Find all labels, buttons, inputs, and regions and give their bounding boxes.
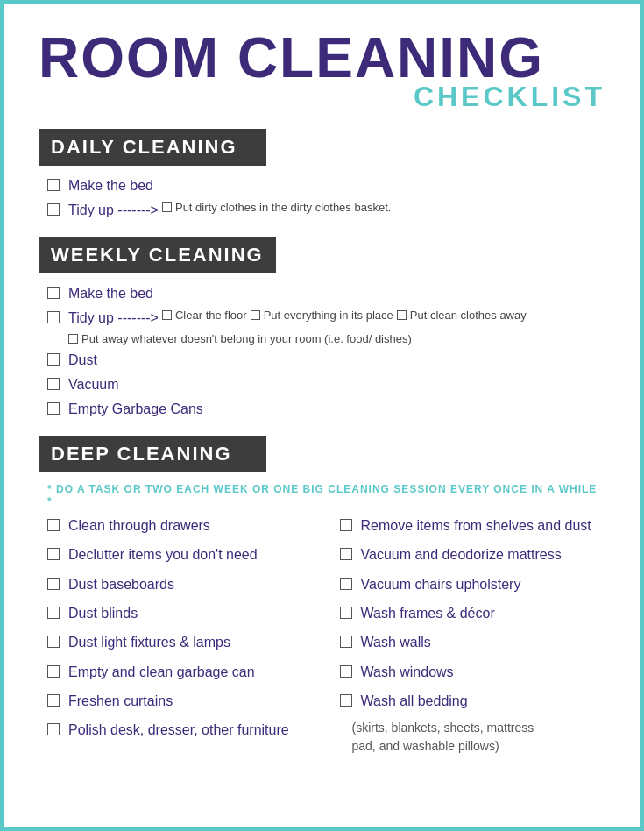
deep-vacuum-chairs: Vacuum chairs upholstery xyxy=(331,575,606,594)
weekly-vacuum-item: Vacuum xyxy=(39,375,605,394)
daily-section: DAILY CLEANING Make the bed Tidy up ----… xyxy=(39,129,605,221)
deep-dust-fixtures-text: Dust light fixtures & lamps xyxy=(68,633,230,652)
deep-remove-shelves-cb[interactable] xyxy=(340,519,352,531)
deep-wash-walls: Wash walls xyxy=(331,633,606,652)
weekly-sub-1: Put everything in its place xyxy=(251,309,393,322)
daily-make-bed-text: Make the bed xyxy=(68,176,153,195)
weekly-tidy-up-item: Tidy up -------> Clear the floor Put eve… xyxy=(39,309,605,344)
deep-declutter-cb[interactable] xyxy=(47,548,60,560)
deep-empty-garbage-text: Empty and clean garbage can xyxy=(68,663,255,682)
daily-tidy-up-item: Tidy up -------> Put dirty clothes in th… xyxy=(39,201,605,220)
daily-tidy-sub-0-text: Put dirty clothes in the dirty clothes b… xyxy=(175,201,391,214)
deep-vacuum-mattress-text: Vacuum and deodorize mattress xyxy=(361,545,562,565)
deep-dust-baseboards: Dust baseboards xyxy=(39,575,314,594)
weekly-sub-3-cb[interactable] xyxy=(68,334,78,344)
main-title: ROOM CLEANING xyxy=(39,30,605,86)
deep-wash-frames-cb[interactable] xyxy=(340,607,352,619)
daily-tidy-sub-0-checkbox[interactable] xyxy=(162,202,172,212)
weekly-header: WEEKLY CLEANING xyxy=(39,237,276,273)
deep-vacuum-chairs-text: Vacuum chairs upholstery xyxy=(361,575,521,594)
wash-bedding-note: (skirts, blankets, sheets, mattresspad, … xyxy=(331,719,606,756)
deep-right-col: Remove items from shelves and dust Vacuu… xyxy=(331,516,606,756)
daily-tidy-up-checkbox[interactable] xyxy=(47,203,60,216)
weekly-sub-0-text: Clear the floor xyxy=(175,309,247,322)
deep-freshen-curtains-text: Freshen curtains xyxy=(68,692,173,711)
weekly-dust-text: Dust xyxy=(68,351,97,370)
weekly-sub-2: Put clean clothes away xyxy=(397,309,527,322)
deep-clean-drawers-text: Clean through drawers xyxy=(68,516,210,536)
deep-dust-blinds: Dust blinds xyxy=(39,604,314,623)
deep-header: DEEP CLEANING xyxy=(39,436,266,472)
deep-dust-baseboards-cb[interactable] xyxy=(47,578,60,590)
daily-tidy-up-text: Tidy up -------> xyxy=(68,201,159,220)
weekly-make-bed-item: Make the bed xyxy=(39,284,605,303)
deep-declutter-text: Declutter items you don't need xyxy=(68,545,258,565)
daily-tidy-sub-items: Put dirty clothes in the dirty clothes b… xyxy=(162,201,391,214)
title-block: ROOM CLEANING CHECKLIST xyxy=(39,30,605,113)
weekly-garbage-checkbox[interactable] xyxy=(47,402,60,415)
deep-clean-drawers-cb[interactable] xyxy=(47,519,60,531)
deep-wash-bedding: Wash all bedding xyxy=(331,692,606,711)
daily-header: DAILY CLEANING xyxy=(39,129,266,166)
weekly-tidy-sub-items: Clear the floor Put everything in its pl… xyxy=(162,309,527,322)
deep-wash-frames: Wash frames & décor xyxy=(331,604,606,623)
weekly-sub-0-cb[interactable] xyxy=(162,310,172,320)
weekly-sub-1-text: Put everything in its place xyxy=(264,309,393,322)
weekly-make-bed-text: Make the bed xyxy=(68,284,153,303)
deep-empty-garbage-cb[interactable] xyxy=(47,665,60,678)
deep-dust-baseboards-text: Dust baseboards xyxy=(68,575,174,594)
deep-remove-shelves: Remove items from shelves and dust xyxy=(331,516,606,536)
weekly-sub-2-text: Put clean clothes away xyxy=(410,309,527,322)
deep-dust-fixtures: Dust light fixtures & lamps xyxy=(39,633,314,652)
weekly-tidy-sub-row2: Put away whatever doesn't belong in your… xyxy=(68,332,527,345)
weekly-tidy-up-text: Tidy up -------> xyxy=(68,309,159,328)
deep-vacuum-chairs-cb[interactable] xyxy=(340,578,352,590)
deep-polish-furniture-text: Polish desk, dresser, other furniture xyxy=(68,721,289,740)
weekly-dust-checkbox[interactable] xyxy=(47,353,60,366)
deep-dust-blinds-cb[interactable] xyxy=(47,607,60,619)
deep-wash-walls-cb[interactable] xyxy=(340,636,352,648)
weekly-section: WEEKLY CLEANING Make the bed Tidy up ---… xyxy=(39,237,605,420)
deep-left-col: Clean through drawers Declutter items yo… xyxy=(39,516,314,756)
page-container: ROOM CLEANING CHECKLIST DAILY CLEANING M… xyxy=(4,4,640,798)
weekly-vacuum-checkbox[interactable] xyxy=(47,378,60,390)
weekly-sub-2-cb[interactable] xyxy=(397,310,407,320)
weekly-sub-3-text: Put away whatever doesn't belong in your… xyxy=(81,332,412,345)
deep-polish-furniture-cb[interactable] xyxy=(47,723,60,735)
weekly-dust-item: Dust xyxy=(39,351,605,370)
deep-wash-windows-text: Wash windows xyxy=(361,663,454,682)
deep-wash-bedding-text: Wash all bedding xyxy=(361,692,468,711)
deep-section: DEEP CLEANING * DO A TASK OR TWO EACH WE… xyxy=(39,436,605,756)
deep-dust-blinds-text: Dust blinds xyxy=(68,604,138,623)
daily-tidy-sub-0: Put dirty clothes in the dirty clothes b… xyxy=(162,201,391,214)
deep-columns: Clean through drawers Declutter items yo… xyxy=(39,516,605,756)
deep-remove-shelves-text: Remove items from shelves and dust xyxy=(361,516,591,536)
deep-clean-drawers: Clean through drawers xyxy=(39,516,314,536)
weekly-tidy-up-checkbox[interactable] xyxy=(47,311,60,323)
deep-note: * DO A TASK OR TWO EACH WEEK OR ONE BIG … xyxy=(39,483,605,508)
deep-declutter: Declutter items you don't need xyxy=(39,545,314,565)
deep-wash-walls-text: Wash walls xyxy=(361,633,431,652)
deep-freshen-curtains: Freshen curtains xyxy=(39,692,314,711)
deep-wash-frames-text: Wash frames & décor xyxy=(361,604,495,623)
deep-wash-windows-cb[interactable] xyxy=(340,665,352,678)
deep-wash-bedding-cb[interactable] xyxy=(340,694,352,707)
weekly-vacuum-text: Vacuum xyxy=(68,375,119,394)
deep-vacuum-mattress-cb[interactable] xyxy=(340,548,352,560)
weekly-garbage-item: Empty Garbage Cans xyxy=(39,400,605,419)
deep-freshen-curtains-cb[interactable] xyxy=(47,694,60,707)
weekly-garbage-text: Empty Garbage Cans xyxy=(68,400,203,419)
deep-dust-fixtures-cb[interactable] xyxy=(47,636,60,648)
weekly-sub-1-cb[interactable] xyxy=(251,310,260,320)
weekly-sub-3: Put away whatever doesn't belong in your… xyxy=(68,332,412,345)
daily-make-bed-checkbox[interactable] xyxy=(47,179,60,191)
weekly-make-bed-checkbox[interactable] xyxy=(47,287,60,299)
deep-empty-garbage: Empty and clean garbage can xyxy=(39,663,314,682)
weekly-sub-0: Clear the floor xyxy=(162,309,247,322)
deep-vacuum-mattress: Vacuum and deodorize mattress xyxy=(331,545,606,565)
deep-wash-windows: Wash windows xyxy=(331,663,606,682)
deep-polish-furniture: Polish desk, dresser, other furniture xyxy=(39,721,314,740)
daily-make-bed-item: Make the bed xyxy=(39,176,605,195)
